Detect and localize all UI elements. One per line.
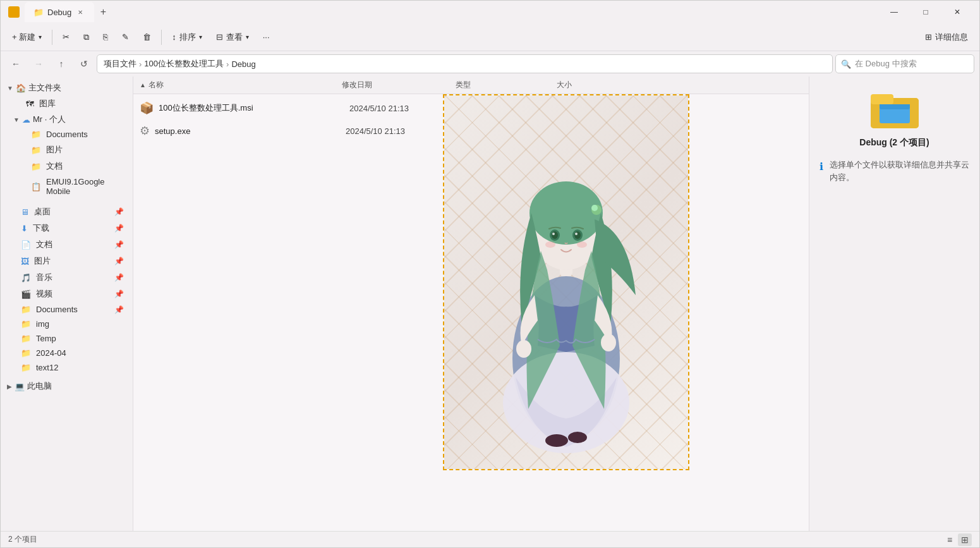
toolbar-right: ⊞ 详细信息	[919, 27, 974, 48]
sidebar-item-videos[interactable]: 🎬 视频 📌	[3, 286, 130, 302]
pin-icon-2: 📌	[114, 224, 124, 233]
home-icon: 🏠	[16, 83, 26, 93]
close-button[interactable]: ✕	[943, 2, 972, 22]
breadcrumb-tool[interactable]: 100位长整数处理工具	[144, 58, 224, 70]
music-icon: 🎵	[21, 273, 31, 283]
pictures2-icon: 🖼	[21, 257, 29, 266]
svg-rect-21	[871, 94, 893, 104]
sidebar-item-documents[interactable]: 📁 Documents	[3, 127, 130, 142]
msi-file-icon: 📦	[140, 101, 154, 115]
img-folder-icon: 📁	[21, 319, 31, 329]
details-panel: Debug (2 个项目) ℹ 选择单个文件以获取详细信息并共享云内容。	[809, 76, 979, 531]
breadcrumb-projects[interactable]: 项目文件	[104, 58, 136, 70]
title-bar: 📁 Debug ✕ + — □ ✕	[1, 1, 979, 23]
search-placeholder: 在 Debug 中搜索	[855, 58, 917, 70]
sidebar-section-thispc[interactable]: ▶ 💻 此电脑	[1, 379, 133, 394]
sort-button[interactable]: ↕ 排序 ▾	[166, 27, 209, 48]
svg-point-15	[545, 434, 568, 447]
sidebar-pictures-label: 图片	[46, 144, 63, 155]
paste-button[interactable]: ⎘	[97, 27, 114, 48]
tab-strip: 📁 Debug ✕ +	[25, 2, 880, 22]
col-header-type: 类型	[456, 80, 557, 90]
sidebar-item-2024-04[interactable]: 📁 2024-04	[3, 346, 130, 360]
sidebar-item-emui[interactable]: 📋 EMUI9.1Google Mobile	[3, 174, 130, 198]
documents2-icon: 📄	[21, 240, 31, 250]
sidebar-section-mr-personal[interactable]: ▼ ☁ Mr · 个人	[1, 112, 133, 127]
sidebar-item-documents2[interactable]: 📄 文档 📌	[3, 236, 130, 253]
documents3-folder-icon: 📁	[21, 305, 31, 314]
exe-file-icon: ⚙	[140, 124, 150, 138]
sidebar-emui-label: EMUI9.1Google Mobile	[46, 177, 124, 196]
details-label: 详细信息	[935, 32, 968, 43]
rename-icon: ✎	[122, 32, 129, 42]
svg-point-12	[577, 241, 587, 248]
back-button[interactable]: ←	[6, 54, 26, 74]
sidebar-item-pictures2[interactable]: 🖼 图片 📌	[3, 253, 130, 269]
sort-arrow-icon: ▲	[140, 82, 146, 88]
sort-icon: ↕	[172, 32, 176, 42]
sidebar-downloads-label: 下载	[33, 222, 49, 234]
search-bar[interactable]: 🔍 在 Debug 中搜索	[835, 54, 974, 73]
details-button[interactable]: ⊞ 详细信息	[919, 27, 974, 48]
grid-view-button[interactable]: ⊞	[958, 533, 972, 546]
sidebar-item-temp[interactable]: 📁 Temp	[3, 331, 130, 346]
view-icon: ⊟	[216, 32, 223, 42]
refresh-button[interactable]: ↺	[74, 54, 94, 74]
sidebar-text12-label: text12	[36, 363, 58, 372]
maps-icon: 🗺	[26, 99, 34, 109]
sidebar-mr-label: Mr · 个人	[33, 114, 66, 125]
pictures-folder-icon: 📁	[31, 145, 41, 155]
svg-point-8	[574, 231, 581, 239]
tab-close-button[interactable]: ✕	[75, 7, 85, 17]
cut-icon: ✂	[63, 32, 70, 42]
details-icon: ⊞	[925, 32, 932, 42]
tab-label: Debug	[47, 8, 71, 17]
sidebar-item-img[interactable]: 📁 img	[3, 317, 130, 331]
new-button[interactable]: + 新建 ▾	[6, 27, 48, 48]
sidebar-videos-label: 视频	[36, 288, 52, 300]
breadcrumb-sep-1: ›	[139, 59, 142, 69]
svg-point-9	[552, 233, 555, 235]
cut-button[interactable]: ✂	[56, 27, 76, 48]
forward-button[interactable]: →	[28, 54, 49, 74]
sidebar-item-documents3[interactable]: 📁 Documents 📌	[3, 302, 130, 317]
status-count: 2 个项目	[8, 534, 37, 545]
sidebar-pictures2-label: 图片	[34, 255, 51, 267]
desktop-icon: 🖥	[21, 207, 29, 217]
breadcrumb-sep-2: ›	[226, 59, 229, 69]
delete-button[interactable]: 🗑	[136, 27, 157, 48]
sort-dropdown-icon: ▾	[199, 33, 202, 40]
main-content: ▼ 🏠 主文件夹 🗺 图库 ▼ ☁ Mr · 个人 📁 Documents 📁 …	[1, 76, 979, 531]
sidebar-section-main-folder[interactable]: ▼ 🏠 主文件夹	[1, 80, 133, 95]
sidebar-item-texts[interactable]: 📁 文档	[3, 158, 130, 174]
sidebar-item-text12[interactable]: 📁 text12	[3, 360, 130, 375]
details-info-text: 选择单个文件以获取详细信息并共享云内容。	[830, 159, 969, 183]
details-info-row: ℹ 选择单个文件以获取详细信息并共享云内容。	[820, 159, 969, 183]
minimize-button[interactable]: —	[880, 2, 909, 22]
sidebar-temp-label: Temp	[36, 334, 56, 343]
pin-icon: 📌	[114, 207, 124, 216]
breadcrumb-debug[interactable]: Debug	[231, 59, 255, 69]
sidebar-item-maps[interactable]: 🗺 图库	[3, 95, 130, 112]
sidebar-item-music[interactable]: 🎵 音乐 📌	[3, 269, 130, 286]
sidebar-item-downloads[interactable]: ⬇ 下载 📌	[3, 220, 130, 236]
view-button[interactable]: ⊟ 查看 ▾	[210, 27, 255, 48]
sidebar-item-desktop[interactable]: 🖥 桌面 📌	[3, 204, 130, 220]
svg-point-10	[575, 233, 578, 235]
more-button[interactable]: ···	[257, 27, 276, 48]
list-view-button[interactable]: ≡	[943, 533, 957, 546]
new-tab-button[interactable]: +	[94, 3, 112, 21]
status-view-buttons: ≡ ⊞	[943, 533, 972, 546]
sidebar-img-label: img	[36, 319, 49, 329]
rename-button[interactable]: ✎	[116, 27, 135, 48]
arrow-down-icon: ▼	[7, 85, 13, 92]
tab-debug[interactable]: 📁 Debug ✕	[25, 2, 94, 22]
sidebar-thispc-label: 此电脑	[27, 381, 52, 392]
copy-button[interactable]: ⧉	[77, 27, 95, 48]
sidebar-item-pictures[interactable]: 📁 图片	[3, 142, 130, 158]
more-icon: ···	[263, 32, 270, 42]
sidebar-documents3-label: Documents	[36, 305, 78, 314]
maximize-button[interactable]: □	[911, 2, 940, 22]
sidebar-maps-label: 图库	[39, 98, 56, 109]
up-button[interactable]: ↑	[51, 54, 71, 74]
